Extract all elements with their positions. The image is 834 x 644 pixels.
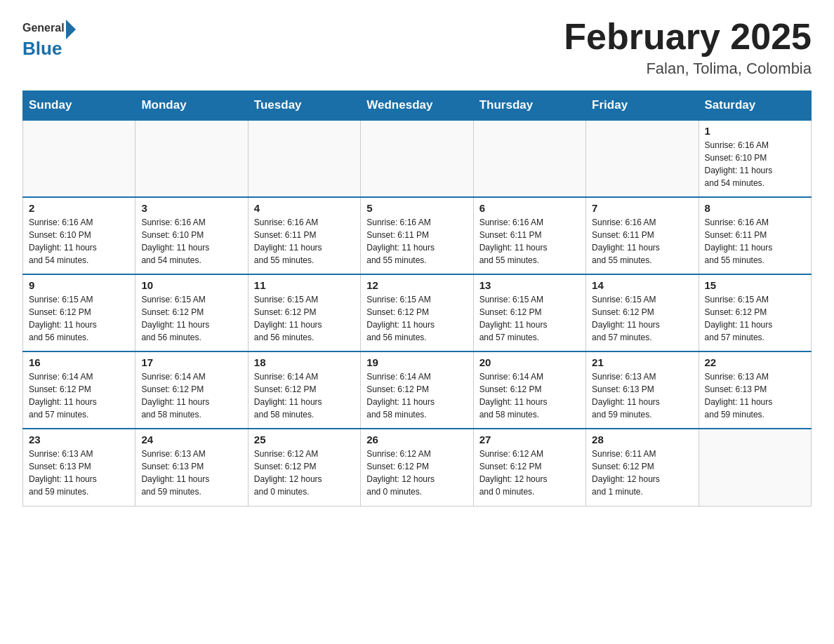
calendar-day: 1Sunrise: 6:16 AMSunset: 6:10 PMDaylight… — [699, 120, 811, 197]
day-info: Sunrise: 6:16 AMSunset: 6:10 PMDaylight:… — [141, 216, 241, 267]
day-info: Sunrise: 6:13 AMSunset: 6:13 PMDaylight:… — [141, 448, 241, 498]
calendar-week-row: 2Sunrise: 6:16 AMSunset: 6:10 PMDaylight… — [23, 197, 812, 274]
calendar-day: 27Sunrise: 6:12 AMSunset: 6:12 PMDayligh… — [473, 429, 585, 506]
calendar-day — [361, 120, 473, 197]
day-info: Sunrise: 6:12 AMSunset: 6:12 PMDaylight:… — [479, 448, 580, 498]
day-number: 11 — [254, 279, 355, 291]
day-number: 9 — [29, 279, 129, 291]
day-header-row: Sunday Monday Tuesday Wednesday Thursday… — [23, 91, 812, 121]
calendar-day: 13Sunrise: 6:15 AMSunset: 6:12 PMDayligh… — [473, 274, 585, 351]
day-info: Sunrise: 6:12 AMSunset: 6:12 PMDaylight:… — [254, 448, 355, 498]
day-number: 21 — [592, 356, 692, 368]
calendar-week-row: 9Sunrise: 6:15 AMSunset: 6:12 PMDaylight… — [23, 274, 812, 351]
day-number: 7 — [592, 202, 692, 214]
calendar-day: 8Sunrise: 6:16 AMSunset: 6:11 PMDaylight… — [699, 197, 811, 274]
day-number: 19 — [366, 356, 467, 368]
calendar-day: 11Sunrise: 6:15 AMSunset: 6:12 PMDayligh… — [248, 274, 360, 351]
calendar-day — [586, 120, 699, 197]
calendar-day: 2Sunrise: 6:16 AMSunset: 6:10 PMDaylight… — [23, 197, 135, 274]
day-number: 24 — [141, 434, 241, 445]
logo-arrow-icon — [66, 20, 76, 39]
header: General Blue February 2025 Falan, Tolima… — [22, 17, 812, 78]
header-saturday: Saturday — [699, 91, 811, 121]
day-number: 1 — [705, 125, 805, 137]
day-info: Sunrise: 6:15 AMSunset: 6:12 PMDaylight:… — [592, 293, 692, 344]
calendar-day: 9Sunrise: 6:15 AMSunset: 6:12 PMDaylight… — [23, 274, 135, 351]
day-number: 28 — [592, 434, 692, 445]
day-number: 5 — [366, 202, 467, 214]
day-number: 12 — [366, 279, 467, 291]
day-number: 17 — [141, 356, 241, 368]
calendar-week-row: 16Sunrise: 6:14 AMSunset: 6:12 PMDayligh… — [23, 351, 812, 429]
day-number: 15 — [705, 279, 805, 291]
day-number: 22 — [705, 356, 805, 368]
calendar-day: 24Sunrise: 6:13 AMSunset: 6:13 PMDayligh… — [135, 429, 248, 506]
day-info: Sunrise: 6:14 AMSunset: 6:12 PMDaylight:… — [479, 370, 580, 421]
day-info: Sunrise: 6:13 AMSunset: 6:13 PMDaylight:… — [29, 448, 129, 498]
month-title: February 2025 — [564, 17, 812, 57]
calendar-day: 18Sunrise: 6:14 AMSunset: 6:12 PMDayligh… — [248, 351, 360, 429]
calendar-week-row: 23Sunrise: 6:13 AMSunset: 6:13 PMDayligh… — [23, 429, 812, 506]
day-info: Sunrise: 6:16 AMSunset: 6:11 PMDaylight:… — [479, 216, 580, 267]
day-info: Sunrise: 6:16 AMSunset: 6:11 PMDaylight:… — [592, 216, 692, 267]
day-number: 25 — [254, 434, 355, 445]
header-friday: Friday — [586, 91, 699, 121]
day-info: Sunrise: 6:16 AMSunset: 6:11 PMDaylight:… — [705, 216, 805, 267]
calendar-day: 16Sunrise: 6:14 AMSunset: 6:12 PMDayligh… — [23, 351, 135, 429]
header-sunday: Sunday — [23, 91, 135, 121]
day-number: 23 — [29, 434, 129, 445]
day-number: 13 — [479, 279, 580, 291]
calendar-day: 15Sunrise: 6:15 AMSunset: 6:12 PMDayligh… — [699, 274, 811, 351]
day-info: Sunrise: 6:16 AMSunset: 6:11 PMDaylight:… — [254, 216, 355, 267]
calendar-table: Sunday Monday Tuesday Wednesday Thursday… — [22, 90, 812, 507]
logo-general-text: General — [22, 22, 65, 34]
title-area: February 2025 Falan, Tolima, Colombia — [564, 17, 812, 78]
day-number: 26 — [366, 434, 467, 445]
header-monday: Monday — [135, 91, 248, 121]
day-number: 16 — [29, 356, 129, 368]
day-number: 8 — [705, 202, 805, 214]
calendar-day: 22Sunrise: 6:13 AMSunset: 6:13 PMDayligh… — [699, 351, 811, 429]
calendar-day: 3Sunrise: 6:16 AMSunset: 6:10 PMDaylight… — [135, 197, 248, 274]
day-info: Sunrise: 6:16 AMSunset: 6:10 PMDaylight:… — [29, 216, 129, 267]
calendar-day: 28Sunrise: 6:11 AMSunset: 6:12 PMDayligh… — [586, 429, 699, 506]
calendar-day: 4Sunrise: 6:16 AMSunset: 6:11 PMDaylight… — [248, 197, 360, 274]
calendar-day: 6Sunrise: 6:16 AMSunset: 6:11 PMDaylight… — [473, 197, 585, 274]
calendar-day: 19Sunrise: 6:14 AMSunset: 6:12 PMDayligh… — [361, 351, 473, 429]
calendar-day: 10Sunrise: 6:15 AMSunset: 6:12 PMDayligh… — [135, 274, 248, 351]
calendar-day: 14Sunrise: 6:15 AMSunset: 6:12 PMDayligh… — [586, 274, 699, 351]
day-info: Sunrise: 6:15 AMSunset: 6:12 PMDaylight:… — [254, 293, 355, 344]
location-title: Falan, Tolima, Colombia — [564, 60, 812, 78]
logo-blue-text: Blue — [22, 39, 76, 58]
day-info: Sunrise: 6:15 AMSunset: 6:12 PMDaylight:… — [479, 293, 580, 344]
calendar-day: 20Sunrise: 6:14 AMSunset: 6:12 PMDayligh… — [473, 351, 585, 429]
calendar-day — [23, 120, 135, 197]
day-info: Sunrise: 6:13 AMSunset: 6:13 PMDaylight:… — [705, 370, 805, 421]
day-number: 3 — [141, 202, 241, 214]
day-info: Sunrise: 6:14 AMSunset: 6:12 PMDaylight:… — [254, 370, 355, 421]
day-number: 20 — [479, 356, 580, 368]
day-info: Sunrise: 6:15 AMSunset: 6:12 PMDaylight:… — [705, 293, 805, 344]
calendar-day — [135, 120, 248, 197]
calendar-day: 25Sunrise: 6:12 AMSunset: 6:12 PMDayligh… — [248, 429, 360, 506]
day-info: Sunrise: 6:12 AMSunset: 6:12 PMDaylight:… — [366, 448, 467, 498]
day-info: Sunrise: 6:15 AMSunset: 6:12 PMDaylight:… — [141, 293, 241, 344]
day-info: Sunrise: 6:14 AMSunset: 6:12 PMDaylight:… — [141, 370, 241, 421]
header-wednesday: Wednesday — [361, 91, 473, 121]
calendar-day: 12Sunrise: 6:15 AMSunset: 6:12 PMDayligh… — [361, 274, 473, 351]
day-info: Sunrise: 6:11 AMSunset: 6:12 PMDaylight:… — [592, 448, 692, 498]
day-number: 2 — [29, 202, 129, 214]
day-info: Sunrise: 6:16 AMSunset: 6:11 PMDaylight:… — [366, 216, 467, 267]
day-info: Sunrise: 6:16 AMSunset: 6:10 PMDaylight:… — [705, 139, 805, 189]
calendar-week-row: 1Sunrise: 6:16 AMSunset: 6:10 PMDaylight… — [23, 120, 812, 197]
calendar-day: 17Sunrise: 6:14 AMSunset: 6:12 PMDayligh… — [135, 351, 248, 429]
day-number: 6 — [479, 202, 580, 214]
calendar-day: 26Sunrise: 6:12 AMSunset: 6:12 PMDayligh… — [361, 429, 473, 506]
day-number: 18 — [254, 356, 355, 368]
day-number: 27 — [479, 434, 580, 445]
day-info: Sunrise: 6:14 AMSunset: 6:12 PMDaylight:… — [29, 370, 129, 421]
day-number: 14 — [592, 279, 692, 291]
day-info: Sunrise: 6:15 AMSunset: 6:12 PMDaylight:… — [366, 293, 467, 344]
header-tuesday: Tuesday — [248, 91, 360, 121]
calendar-day: 23Sunrise: 6:13 AMSunset: 6:13 PMDayligh… — [23, 429, 135, 506]
